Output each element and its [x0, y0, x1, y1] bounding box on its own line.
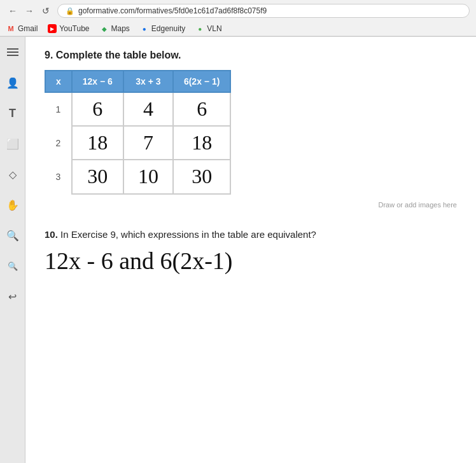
table-header-col1: 12x − 6 — [72, 71, 123, 92]
bookmark-vln[interactable]: ● VLN — [195, 24, 221, 33]
youtube-icon: ▶ — [48, 24, 57, 33]
bookmark-maps-label: Maps — [111, 24, 130, 33]
page-content: 9. Complete the table below. x 12x − 6 3… — [25, 37, 476, 463]
question-9-block: 9. Complete the table below. x 12x − 6 3… — [45, 50, 457, 209]
refresh-button[interactable]: ↺ — [39, 4, 52, 17]
table-row-1-col1[interactable]: 6 — [72, 92, 123, 126]
browser-chrome: ← → ↺ 🔒 goformative.com/formatives/5fd0e… — [0, 0, 476, 37]
url-bar[interactable]: 🔒 goformative.com/formatives/5fd0e1c61d7… — [57, 4, 470, 18]
sidebar: 👤 T ⬜ ◇ ✋ 🔍 🔍 ↩ — [0, 37, 25, 463]
sidebar-undo-icon[interactable]: ↩ — [4, 287, 22, 305]
sidebar-user-icon[interactable]: 👤 — [4, 74, 22, 92]
bookmark-maps[interactable]: ◆ Maps — [100, 24, 130, 33]
table-row-2: 2 18 7 18 — [45, 126, 230, 160]
table-row-3-col1[interactable]: 30 — [72, 160, 123, 193]
bookmarks-bar: M Gmail ▶ YouTube ◆ Maps ● Edgenuity ● V… — [0, 22, 476, 36]
nav-buttons: ← → ↺ — [6, 4, 52, 17]
table-row-1-x: 1 — [45, 92, 72, 126]
bookmark-edgenuity[interactable]: ● Edgenuity — [140, 24, 185, 33]
url-text: goformative.com/formatives/5fd0e1c61d7ad… — [78, 6, 267, 15]
table-row-2-col2[interactable]: 7 — [123, 126, 173, 160]
question-10-number: 10. — [45, 229, 58, 240]
table-header-col2: 3x + 3 — [123, 71, 173, 92]
sidebar-frame-icon[interactable]: ⬜ — [4, 135, 22, 153]
draw-hint: Draw or add images here — [45, 201, 457, 209]
sidebar-zoom-in-icon[interactable]: 🔍 — [4, 226, 22, 244]
table-row-3-col2[interactable]: 10 — [123, 160, 173, 193]
sidebar-hand-icon[interactable]: ✋ — [4, 196, 22, 214]
question-10-body: In Exercise 9, which expressions in the … — [60, 229, 316, 240]
address-bar: ← → ↺ 🔒 goformative.com/formatives/5fd0e… — [0, 0, 476, 22]
table-header-x: x — [45, 71, 72, 92]
table-header-col3: 6(2x − 1) — [173, 71, 230, 92]
table-row-1-col2[interactable]: 4 — [123, 92, 173, 126]
question-10-text: 10. In Exercise 9, which expressions in … — [45, 228, 457, 242]
bookmark-gmail[interactable]: M Gmail — [6, 24, 38, 33]
sidebar-diamond-icon[interactable]: ◇ — [4, 165, 22, 183]
table-row-3-x: 3 — [45, 160, 72, 193]
table-row-2-x: 2 — [45, 126, 72, 160]
maps-icon: ◆ — [100, 24, 109, 33]
table-row-3-col3[interactable]: 30 — [173, 160, 230, 193]
question-9-number: 9. — [45, 50, 53, 60]
table-row-1-col3[interactable]: 6 — [173, 92, 230, 126]
math-table: x 12x − 6 3x + 3 6(2x − 1) 1 6 4 — [45, 70, 231, 195]
table-row-3: 3 30 10 30 — [45, 160, 230, 193]
vln-icon: ● — [195, 24, 204, 33]
question-10-answer: 12x - 6 and 6(2x-1) — [45, 247, 457, 276]
table-row-2-col1[interactable]: 18 — [72, 126, 123, 160]
table-row-2-col3[interactable]: 18 — [173, 126, 230, 160]
back-button[interactable]: ← — [6, 4, 19, 17]
main-content: 👤 T ⬜ ◇ ✋ 🔍 🔍 ↩ 9. Complete the table be… — [0, 37, 476, 463]
question-9-text: Complete the table below. — [56, 50, 181, 60]
lock-icon: 🔒 — [66, 7, 74, 15]
forward-button[interactable]: → — [23, 4, 36, 17]
bookmark-gmail-label: Gmail — [18, 24, 38, 33]
gmail-icon: M — [6, 24, 15, 33]
sidebar-zoom-out-icon[interactable]: 🔍 — [4, 257, 22, 275]
bookmark-edgenuity-label: Edgenuity — [151, 24, 185, 33]
sidebar-text-icon[interactable]: T — [4, 104, 22, 122]
table-row-1: 1 6 4 6 — [45, 92, 230, 126]
question-10-block: 10. In Exercise 9, which expressions in … — [45, 228, 457, 276]
bookmark-youtube-label: YouTube — [59, 24, 89, 33]
question-9-title: 9. Complete the table below. — [45, 50, 457, 61]
sidebar-hamburger-icon[interactable] — [4, 43, 22, 61]
edgenuity-icon: ● — [140, 24, 149, 33]
bookmark-vln-label: VLN — [207, 24, 221, 33]
bookmark-youtube[interactable]: ▶ YouTube — [48, 24, 89, 33]
